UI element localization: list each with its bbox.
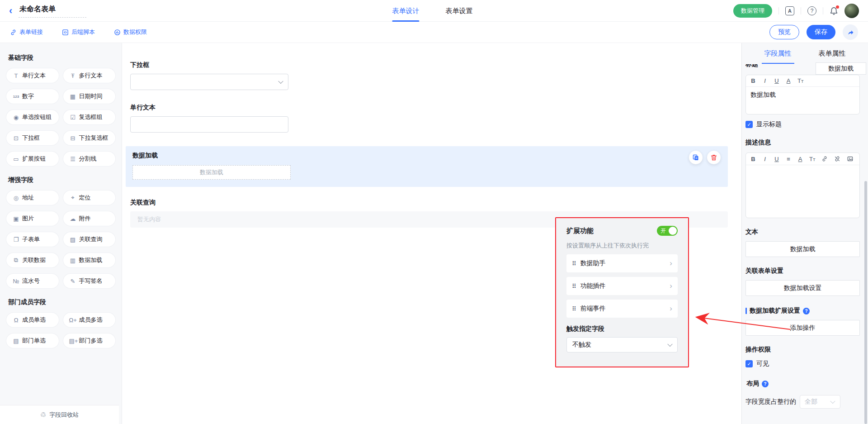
field-label: 关联查询 (130, 199, 728, 207)
trigger-field-select[interactable]: 不触发 (566, 337, 678, 353)
field-single-line-text[interactable]: 单行文本 (130, 104, 728, 133)
font-color-icon[interactable]: A (797, 156, 803, 162)
drag-handle-icon[interactable]: ⠿ (572, 305, 576, 312)
sidebar-item-datetime[interactable]: ▦日期时间 (63, 89, 116, 104)
underline-icon[interactable]: U (774, 156, 779, 162)
image-icon[interactable] (847, 156, 854, 162)
visible-checkbox[interactable]: ✓ 可见 (745, 360, 860, 368)
sidebar-item-department-multi[interactable]: ▤+部门多选 (63, 333, 116, 348)
sidebar-item-checkbox-group[interactable]: ☑复选框组 (63, 110, 116, 124)
top-bar: ‹ 未命名表单 表单设计表单设置 数据管理 A ? (0, 0, 868, 22)
description-rich-editor[interactable]: BIU≡ATT (745, 152, 860, 218)
panel-tabs: 字段属性表单属性 (742, 43, 868, 64)
sidebar-item-serial-number[interactable]: №流水号 (6, 274, 59, 288)
form-title[interactable]: 未命名表单 (19, 4, 86, 18)
field-dropdown[interactable]: 下拉框 (130, 61, 728, 90)
data-load-settings-button[interactable]: 数据加载设置 (745, 280, 860, 296)
sidebar-item-address[interactable]: ◎地址 (6, 191, 59, 205)
bell-icon[interactable] (830, 6, 838, 15)
popup-item-1[interactable]: ⠿功能插件› (566, 277, 678, 295)
sidebar-item-data-load[interactable]: ▥数据加载 (63, 253, 116, 267)
recycle-bin-label: 字段回收站 (49, 411, 79, 419)
section-marker (745, 308, 747, 314)
extension-toggle-on[interactable]: 开 (657, 226, 678, 236)
backend-script-button[interactable]: 后端脚本 (62, 28, 95, 36)
sidebar-item-subform[interactable]: ❐子表单 (6, 232, 59, 247)
sidebar-item-related-data[interactable]: ⧉关联数据 (6, 253, 59, 267)
help-icon[interactable]: ? (803, 308, 810, 314)
bold-icon[interactable]: B (750, 78, 756, 84)
preview-button[interactable]: 预览 (769, 25, 799, 39)
avatar[interactable] (844, 4, 859, 18)
drag-handle-icon[interactable]: ⠿ (572, 283, 576, 290)
dropdown-input[interactable] (130, 74, 288, 90)
italic-icon[interactable]: I (762, 78, 768, 84)
sidebar-item-divider[interactable]: ☰分割线 (63, 152, 116, 166)
operation-permission-label: 操作权限 (745, 346, 860, 354)
bold-icon[interactable]: B (750, 156, 756, 162)
text-input[interactable] (130, 116, 288, 133)
popup-item-2[interactable]: ⠿前端事件› (566, 300, 678, 318)
sidebar-item-signature[interactable]: ✎手写签名 (63, 274, 116, 288)
text-value-button[interactable]: 数据加载 (745, 241, 860, 257)
chevron-down-icon (830, 399, 835, 404)
delete-field-button[interactable] (707, 151, 721, 164)
checkbox-checked-icon[interactable]: ✓ (745, 360, 753, 367)
popup-item-0[interactable]: ⠿数据助手› (566, 254, 678, 272)
help-icon[interactable]: ? (807, 6, 816, 15)
sidebar-item-single-line-text[interactable]: T单行文本 (6, 68, 59, 83)
sidebar-item-extend-button[interactable]: ▭扩展按钮 (6, 152, 59, 166)
copy-field-button[interactable] (689, 151, 703, 164)
data-load-placeholder-button[interactable]: 数据加载 (132, 165, 291, 180)
sidebar-item-multi-line-text[interactable]: Ŧ多行文本 (63, 68, 116, 83)
drag-handle-icon[interactable]: ⠿ (572, 260, 576, 267)
field-width-select[interactable]: 全部 (800, 395, 840, 409)
tab-form-properties[interactable]: 表单属性 (819, 43, 846, 64)
sidebar-item-attachment[interactable]: ☁附件 (63, 211, 116, 226)
sidebar-item-dropdown[interactable]: ⊡下拉框 (6, 131, 59, 145)
sidebar-item-location[interactable]: ⌖定位 (63, 191, 116, 205)
share-button[interactable] (843, 24, 858, 40)
divider (801, 7, 801, 14)
sidebar-item-related-query[interactable]: ▨关联查询 (63, 232, 116, 247)
form-link-button[interactable]: 表单链接 (10, 28, 43, 36)
sidebar-item-label: 单选按钮组 (22, 113, 52, 121)
title-editor-content[interactable]: 数据加载 (746, 87, 859, 114)
italic-icon[interactable]: I (762, 156, 768, 162)
sidebar-item-radio-group[interactable]: ◉单选按钮组 (6, 110, 59, 124)
unlink-icon[interactable] (834, 156, 840, 162)
description-editor-toolbar: BIU≡ATT (746, 153, 859, 165)
sidebar-item-member-single[interactable]: Ω成员单选 (6, 313, 59, 327)
field-palette-sidebar: 基础字段T单行文本Ŧ多行文本123数字▦日期时间◉单选按钮组☑复选框组⊡下拉框⊟… (0, 43, 122, 424)
title-rich-editor[interactable]: BIUATT 数据加载 (745, 75, 860, 114)
tab-form-design[interactable]: 表单设计 (392, 0, 419, 22)
sidebar-item-member-multi[interactable]: Ω+成员多选 (63, 313, 116, 327)
link-icon[interactable] (821, 156, 828, 162)
address-book-icon[interactable]: A (785, 6, 794, 15)
sidebar-item-label: 附件 (79, 214, 91, 223)
add-action-button[interactable]: 添加操作 (745, 320, 860, 336)
field-data-load-selected[interactable]: 数据加载 数据加载 (126, 146, 728, 187)
tab-field-properties[interactable]: 字段属性 (764, 43, 792, 64)
sidebar-item-multi-dropdown[interactable]: ⊟下拉复选框 (63, 131, 116, 145)
save-button[interactable]: 保存 (807, 25, 835, 39)
panel-scrollbar[interactable] (864, 181, 867, 424)
field-recycle-bin[interactable]: ♲ 字段回收站 (0, 405, 119, 424)
data-permission-button[interactable]: 数据权限 (114, 28, 147, 36)
tab-form-settings[interactable]: 表单设置 (445, 0, 472, 22)
sidebar-item-picture[interactable]: ▣图片 (6, 211, 59, 226)
back-icon[interactable]: ‹ (9, 6, 12, 16)
font-size-icon[interactable]: TT (797, 78, 803, 84)
help-icon[interactable]: ? (762, 381, 769, 387)
align-icon[interactable]: ≡ (786, 156, 791, 162)
sidebar-group-title: 增强字段 (8, 176, 115, 184)
description-editor-content[interactable] (746, 165, 859, 218)
checkbox-checked-icon[interactable]: ✓ (745, 121, 753, 128)
underline-icon[interactable]: U (774, 78, 779, 84)
show-title-checkbox[interactable]: ✓ 显示标题 (745, 120, 860, 129)
font-color-icon[interactable]: A (786, 78, 791, 84)
data-manage-button[interactable]: 数据管理 (733, 4, 772, 18)
sidebar-item-department-single[interactable]: ▤部门单选 (6, 333, 59, 348)
sidebar-item-number[interactable]: 123数字 (6, 89, 59, 104)
font-size-icon[interactable]: TT (809, 156, 815, 162)
